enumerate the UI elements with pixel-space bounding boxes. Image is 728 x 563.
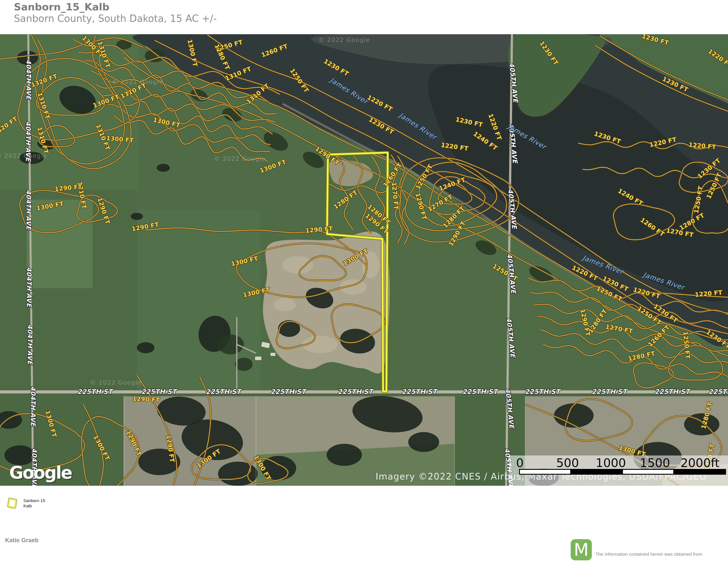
road-label-404th-ave: 404TH AVE xyxy=(25,59,32,100)
road-label-225th-st: 225TH ST xyxy=(206,388,242,396)
google-watermark: © 2022 Google xyxy=(318,36,370,43)
pond xyxy=(408,432,439,452)
road-label-404th-ave: 404TH AVE xyxy=(25,190,32,230)
scalebar-tick-label: 2000ft xyxy=(681,456,720,470)
page-title: Sanborn_15_Kalb xyxy=(14,1,217,13)
contour-label: 1290 FT xyxy=(132,395,160,403)
scalebar-segment xyxy=(520,470,570,474)
google-watermark: © 2022 Google xyxy=(112,78,163,85)
farm-building xyxy=(271,353,275,356)
road-label-225th-st: 225TH ST xyxy=(708,388,728,396)
google-logo: Google Google xyxy=(9,463,73,484)
legend-parcel-icon xyxy=(6,497,19,510)
road-label-225th-st: 225TH ST xyxy=(462,388,499,396)
mapright-logo: M xyxy=(571,539,592,560)
scale-bar: 0500100015002000ft xyxy=(509,456,728,486)
tree-clump xyxy=(217,335,244,354)
scalebar-tick-label: 500 xyxy=(556,456,579,470)
legend-item: Sanborn 15 Kalb xyxy=(23,497,45,509)
tree-clump xyxy=(235,358,253,371)
mapright-logo-letter: M xyxy=(574,541,589,558)
pond xyxy=(157,164,170,172)
scalebar-tick-label: 0 xyxy=(516,456,524,470)
road-label-225th-st: 225TH ST xyxy=(141,388,177,396)
google-watermark: © 2022 Google xyxy=(0,152,47,159)
road-label-225th-st: 225TH ST xyxy=(525,388,561,396)
road-label-404th-ave: 404TH AVE xyxy=(25,267,33,308)
disclaimer: The information contained herein was obt… xyxy=(595,539,711,563)
scalebar-segment xyxy=(623,470,673,474)
road-label-225th-st: 225TH ST xyxy=(592,388,628,396)
road-label-225th-st: 225TH ST xyxy=(402,388,438,396)
disclaimer-line: The information contained herein was obt… xyxy=(595,551,711,557)
legend-item-line1: Sanborn 15 xyxy=(23,498,45,503)
road-label-225th-st: 225TH ST xyxy=(271,388,307,396)
pond xyxy=(137,342,154,353)
mapright-block: M The information contained herein was o… xyxy=(571,539,711,563)
google-watermark: © 2022 Google xyxy=(214,155,266,162)
map-graphics: 1250 FT1260 FT1280 FT1310 FT1310 FT1300 … xyxy=(0,34,728,486)
header: Sanborn_15_Kalb Sanborn County, South Da… xyxy=(14,1,217,24)
pond xyxy=(327,444,362,466)
scalebar-tick-label: 1000 xyxy=(596,456,626,470)
google-watermark: © 2022 Google xyxy=(90,379,142,386)
pond xyxy=(4,445,35,465)
author-name: Katie Graeb xyxy=(5,537,39,544)
legend-item-line2: Kalb xyxy=(23,503,45,509)
road-label-404th-ave: 404TH AVE xyxy=(29,386,37,427)
pond xyxy=(131,213,143,220)
map-export-page: Sanborn_15_Kalb Sanborn County, South Da… xyxy=(0,0,728,563)
road-label-225th-st: 225TH ST xyxy=(77,388,113,396)
farm-building xyxy=(255,357,261,360)
satellite-map-canvas: 1250 FT1260 FT1280 FT1310 FT1310 FT1300 … xyxy=(0,34,728,486)
pond xyxy=(554,403,594,428)
legend: Sanborn 15 Kalb xyxy=(6,497,45,510)
road-label-225th-st: 225TH ST xyxy=(338,388,374,396)
scalebar-tick-label: 1500 xyxy=(640,456,670,470)
road-label-404th-ave: 404TH AVE xyxy=(26,324,34,365)
road-label-225th-st: 225TH ST xyxy=(655,388,691,396)
google-logo-text: Google xyxy=(9,463,72,483)
page-subtitle: Sanborn County, South Dakota, 15 AC +/- xyxy=(14,13,217,24)
